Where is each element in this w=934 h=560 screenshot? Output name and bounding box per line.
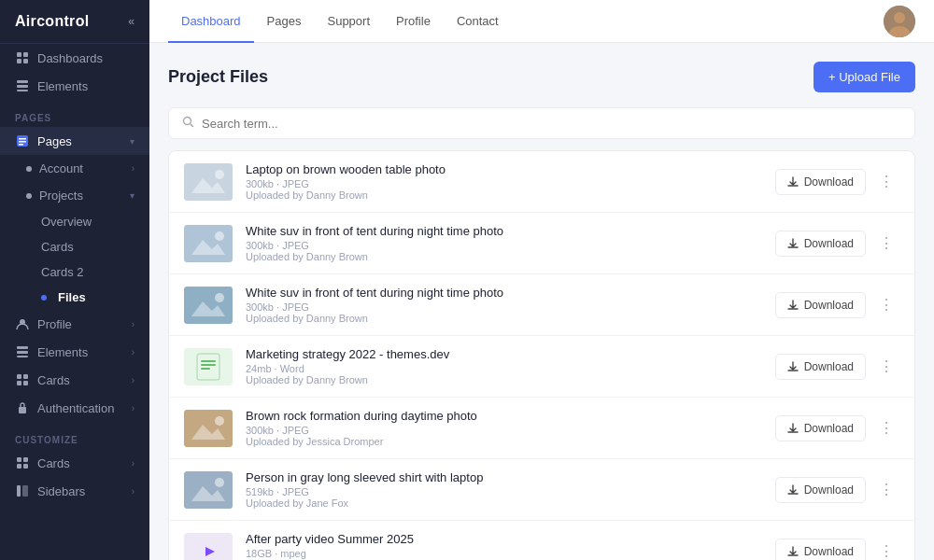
file-thumbnail — [184, 163, 233, 201]
more-options-button[interactable]: ⋮ — [873, 415, 899, 441]
search-input[interactable] — [202, 117, 901, 131]
file-thumbnail — [184, 410, 233, 447]
sidebar-item-sidebars[interactable]: Sidebars › — [0, 477, 149, 505]
svg-rect-1 — [23, 52, 28, 57]
svg-rect-41 — [201, 364, 216, 366]
more-options-button[interactable]: ⋮ — [873, 539, 899, 560]
svg-rect-46 — [184, 471, 233, 509]
file-uploader: Uploaded by Danny Brown — [246, 189, 762, 201]
user-avatar[interactable] — [884, 6, 915, 37]
svg-rect-43 — [184, 410, 233, 447]
download-button[interactable]: Download — [775, 169, 866, 195]
sidebar-item-cards2-label: Cards 2 — [41, 265, 84, 279]
sidebar-item-cards-cust[interactable]: Cards › — [0, 449, 149, 477]
sidebar-item-files-label: Files — [58, 290, 86, 304]
sidebar-item-authentication[interactable]: Authentication › — [0, 394, 149, 422]
sidebar-item-profile[interactable]: Profile › — [0, 310, 149, 338]
file-uploader: Uploaded by Jessica Dromper — [246, 436, 762, 447]
svg-rect-42 — [201, 368, 210, 370]
profile-icon — [15, 316, 30, 331]
sidebar-item-elements2-label: Elements — [37, 345, 124, 359]
cards-cust-icon — [15, 455, 30, 470]
svg-rect-15 — [17, 374, 21, 379]
file-meta: 24mb · Word — [246, 363, 762, 374]
more-options-button[interactable]: ⋮ — [873, 231, 899, 256]
svg-rect-40 — [201, 360, 216, 362]
nav-link-dashboard[interactable]: Dashboard — [168, 1, 254, 43]
more-options-button[interactable]: ⋮ — [873, 292, 899, 317]
file-item: After party video Summer 2025 18GB · mpe… — [169, 521, 914, 560]
download-button[interactable]: Download — [775, 539, 866, 561]
file-thumbnail — [184, 348, 233, 385]
sidebar-item-overview[interactable]: Overview — [0, 209, 149, 234]
download-button[interactable]: Download — [775, 231, 866, 257]
search-bar — [168, 107, 915, 139]
sidebar-item-files[interactable]: Files — [0, 285, 149, 310]
nav-link-contact[interactable]: Contact — [444, 1, 512, 43]
download-button[interactable]: Download — [775, 477, 866, 503]
sidebar-item-cards[interactable]: Cards — [0, 234, 149, 259]
download-button[interactable]: Download — [775, 354, 866, 380]
sidebar-item-cards-cust-label: Cards — [37, 456, 124, 470]
sidebar-item-elements[interactable]: Elements — [0, 72, 149, 100]
svg-rect-4 — [17, 80, 28, 83]
svg-rect-20 — [17, 457, 21, 462]
sidebars-icon — [15, 483, 30, 498]
nav-link-pages[interactable]: Pages — [254, 1, 315, 43]
file-meta: 519kb · JPEG — [246, 486, 762, 497]
file-info: After party video Summer 2025 18GB · mpe… — [246, 532, 762, 560]
file-thumbnail — [184, 225, 233, 262]
download-icon — [787, 546, 799, 557]
svg-rect-39 — [197, 354, 219, 380]
file-meta: 300kb · JPEG — [246, 240, 762, 251]
more-options-button[interactable]: ⋮ — [873, 354, 899, 379]
elements2-icon — [15, 344, 30, 359]
sidebar-item-account-label: Account — [39, 161, 124, 175]
svg-rect-14 — [17, 356, 28, 357]
svg-rect-17 — [17, 381, 21, 385]
svg-point-27 — [894, 12, 905, 23]
sidebar-item-pages[interactable]: Pages ▾ — [0, 127, 149, 155]
chevron-right-icon: › — [132, 375, 134, 385]
file-list: Laptop on brown wooden table photo 300kb… — [168, 150, 915, 560]
file-name: White suv in front of tent during night … — [246, 286, 762, 300]
sidebar-item-dashboards[interactable]: Dashboards — [0, 44, 149, 72]
sidebar-item-projects[interactable]: Projects ▾ — [0, 182, 149, 209]
download-button[interactable]: Download — [775, 415, 866, 441]
sidebar-item-cards-nav-label: Cards — [37, 373, 124, 387]
content-header: Project Files + Upload File — [168, 62, 915, 92]
sidebar-item-profile-label: Profile — [37, 317, 124, 331]
collapse-icon[interactable]: « — [128, 15, 134, 28]
file-actions: Download ⋮ — [775, 292, 899, 318]
file-item: Brown rock formation during daytime phot… — [169, 398, 914, 459]
more-options-button[interactable]: ⋮ — [873, 169, 899, 194]
sidebar-item-cards-nav[interactable]: Cards › — [0, 366, 149, 394]
svg-point-38 — [215, 293, 224, 302]
file-info: White suv in front of tent during night … — [246, 286, 762, 324]
file-item: White suv in front of tent during night … — [169, 213, 914, 274]
chevron-down-icon: ▾ — [130, 136, 134, 147]
nav-link-support[interactable]: Support — [314, 1, 383, 43]
file-name: Laptop on brown wooden table photo — [246, 162, 762, 176]
sidebar-item-elements2[interactable]: Elements › — [0, 338, 149, 366]
file-uploader: Uploaded by Danny Brown — [246, 251, 762, 262]
upload-file-button[interactable]: + Upload File — [814, 62, 915, 92]
download-icon — [787, 361, 799, 372]
sidebar-item-account[interactable]: Account › — [0, 155, 149, 182]
file-name: Marketing strategy 2022 - themes.dev — [246, 347, 762, 361]
svg-rect-9 — [19, 141, 26, 143]
file-thumbnail — [184, 533, 233, 561]
file-meta: 300kb · JPEG — [246, 178, 762, 189]
active-bullet — [41, 295, 47, 301]
svg-rect-5 — [17, 85, 28, 88]
bullet-icon — [26, 166, 32, 172]
svg-rect-3 — [23, 59, 28, 63]
svg-point-29 — [184, 118, 191, 125]
sidebar-item-cards2[interactable]: Cards 2 — [0, 259, 149, 285]
svg-rect-8 — [19, 138, 26, 140]
more-options-button[interactable]: ⋮ — [873, 477, 899, 502]
download-button[interactable]: Download — [775, 292, 866, 318]
nav-link-profile[interactable]: Profile — [383, 1, 444, 43]
chevron-right-icon: › — [132, 486, 134, 497]
section-label-customize: CUSTOMIZE — [0, 422, 149, 449]
